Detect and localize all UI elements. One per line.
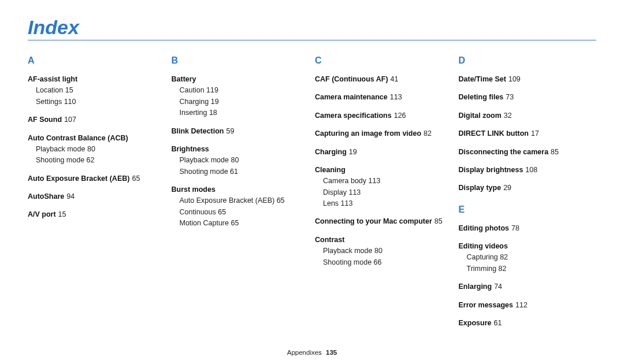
entry-sub: Shooting mode 61 [172, 166, 310, 177]
entry-head: Cleaning [315, 166, 346, 174]
entry-head: Error messages [459, 301, 514, 309]
entry-af-sound: AF Sound107 [28, 114, 166, 125]
entry-head: Digital zoom [459, 112, 502, 120]
entry-editing-videos: Editing videos Capturing 82 Trimming 82 [459, 241, 597, 274]
entry-head: Connecting to your Mac computer [315, 217, 432, 225]
entry-page: 109 [508, 75, 521, 83]
entry-autoshare: AutoShare94 [28, 191, 166, 202]
entry-blink-detection: Blink Detection59 [172, 126, 310, 137]
entry-head: AutoShare [28, 192, 64, 200]
entry-head: Charging [315, 148, 347, 156]
entry-date-time-set: Date/Time Set109 [459, 74, 597, 85]
page-footer: Appendixes 135 [0, 349, 624, 356]
page-title: Index [28, 16, 596, 39]
entry-sub: Motion Capture 65 [172, 218, 310, 229]
entry-page: 113 [390, 93, 402, 101]
index-col-a: A AF-assist light Location 15 Settings 1… [28, 55, 166, 336]
entry-page: 107 [64, 116, 76, 124]
entry-page: 17 [531, 129, 539, 138]
entry-page: 85 [434, 217, 443, 225]
entry-contrast: Contrast Playback mode 80 Shooting mode … [315, 235, 453, 268]
entry-page: 82 [424, 129, 432, 138]
entry-sub: Caution 119 [172, 85, 310, 96]
entry-sub: Playback mode 80 [315, 246, 453, 257]
entry-camera-specs: Camera specifications126 [315, 110, 453, 121]
entry-head: Disconnecting the camera [459, 148, 549, 156]
entry-connecting-mac: Connecting to your Mac computer85 [315, 216, 453, 227]
entry-error-messages: Error messages112 [459, 300, 597, 311]
entry-sub: Playback mode 80 [28, 144, 166, 155]
letter-heading-d: D [459, 55, 597, 66]
entry-sub: Inserting 18 [172, 107, 310, 118]
entry-brightness: Brightness Playback mode 80 Shooting mod… [172, 144, 310, 177]
entry-deleting-files: Deleting files73 [459, 92, 597, 103]
entry-editing-photos: Editing photos78 [459, 223, 597, 234]
entry-exposure: Exposure61 [459, 318, 597, 329]
entry-sub: Settings 110 [28, 96, 166, 107]
entry-head: A/V port [28, 210, 56, 218]
entry-cleaning: Cleaning Camera body 113 Display 113 Len… [315, 165, 453, 210]
index-col-b: B Battery Caution 119 Charging 19 Insert… [172, 55, 310, 336]
entry-page: 78 [511, 224, 519, 232]
entry-page: 112 [515, 301, 528, 309]
entry-sub: Auto Exposure Bracket (AEB) 65 [172, 195, 310, 206]
entry-head: Battery [172, 75, 196, 83]
index-col-d-e: D Date/Time Set109 Deleting files73 Digi… [459, 55, 597, 336]
letter-heading-a: A [28, 55, 166, 66]
entry-head: DIRECT LINK button [459, 129, 529, 138]
entry-head: Capturing an image from video [315, 129, 421, 138]
entry-head: Camera maintenance [315, 93, 388, 101]
entry-af-assist-light: AF-assist light Location 15 Settings 110 [28, 74, 166, 107]
entry-sub: Camera body 113 [315, 176, 453, 187]
entry-enlarging: Enlarging74 [459, 281, 597, 292]
entry-display-brightness: Display brightness108 [459, 165, 597, 176]
entry-sub: Location 15 [28, 85, 166, 96]
entry-display-type: Display type29 [459, 183, 597, 194]
entry-page: 73 [506, 93, 514, 101]
entry-sub: Lens 113 [315, 198, 453, 209]
entry-page: 29 [503, 184, 511, 192]
footer-page-number: 135 [326, 349, 337, 356]
entry-digital-zoom: Digital zoom32 [459, 110, 597, 121]
entry-charging: Charging19 [315, 147, 453, 158]
entry-page: 61 [493, 319, 502, 327]
index-columns: A AF-assist light Location 15 Settings 1… [28, 55, 596, 336]
entry-head: AF Sound [28, 116, 62, 124]
entry-head: Camera specifications [315, 112, 392, 120]
entry-page: 19 [349, 148, 357, 156]
entry-sub: Shooting mode 62 [28, 155, 166, 166]
entry-page: 108 [525, 166, 537, 174]
entry-capture-from-video: Capturing an image from video82 [315, 128, 453, 139]
entry-sub: Display 113 [315, 187, 453, 198]
entry-sub: Continuous 65 [172, 207, 310, 218]
entry-head: Editing videos [459, 242, 508, 250]
entry-page: 94 [66, 192, 75, 200]
entry-sub: Charging 19 [172, 96, 310, 107]
entry-caf: CAF (Continuous AF)41 [315, 74, 453, 85]
entry-head: AF-assist light [28, 75, 77, 83]
entry-page: 59 [226, 127, 235, 135]
entry-direct-link: DIRECT LINK button17 [459, 128, 597, 139]
entry-head: Auto Contrast Balance (ACB) [28, 134, 128, 142]
entry-head: Brightness [172, 145, 209, 153]
entry-head: Exposure [459, 319, 492, 327]
footer-section: Appendixes [287, 349, 322, 356]
entry-head: Blink Detection [172, 127, 224, 135]
entry-head: CAF (Continuous AF) [315, 75, 388, 83]
entry-page: 74 [494, 283, 502, 291]
entry-page: 85 [551, 148, 559, 156]
entry-sub: Shooting mode 66 [315, 257, 453, 268]
entry-camera-maintenance: Camera maintenance113 [315, 92, 453, 103]
entry-head: Contrast [315, 236, 344, 244]
entry-aeb: Auto Exposure Bracket (AEB)65 [28, 173, 166, 184]
entry-head: Enlarging [459, 283, 492, 291]
letter-heading-e: E [459, 205, 597, 215]
entry-page: 41 [391, 75, 399, 83]
entry-disconnecting-camera: Disconnecting the camera85 [459, 147, 597, 158]
index-col-c: C CAF (Continuous AF)41 Camera maintenan… [315, 55, 453, 336]
entry-sub: Capturing 82 [459, 252, 597, 263]
entry-acb: Auto Contrast Balance (ACB) Playback mod… [28, 133, 166, 166]
entry-head: Auto Exposure Bracket (AEB) [28, 174, 129, 183]
entry-page: 32 [504, 112, 512, 120]
entry-burst-modes: Burst modes Auto Exposure Bracket (AEB) … [172, 184, 310, 229]
